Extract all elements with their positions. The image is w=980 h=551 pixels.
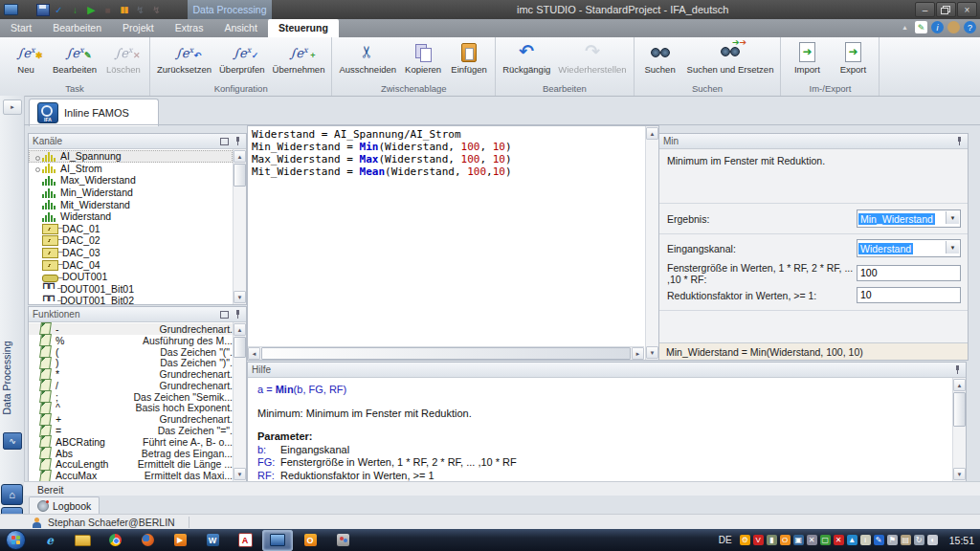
function-row[interactable]: AccuMaxErmittelt das Maxi...: [29, 470, 233, 481]
tray-wifi-off-icon[interactable]: ✕: [807, 535, 817, 545]
context-tab-data-processing[interactable]: Data Processing: [188, 0, 272, 19]
scroll-up-icon[interactable]: ▲: [646, 127, 658, 140]
scroll-down-icon[interactable]: ▼: [234, 468, 246, 480]
rückgängig-button[interactable]: ↶Rückgängig: [499, 37, 554, 76]
channel-row[interactable]: DAC_02: [29, 234, 233, 247]
data-processing-icon[interactable]: ∿: [3, 432, 22, 450]
pin-icon[interactable]: [234, 137, 242, 145]
code-area[interactable]: Widerstand = AI_Spannung/AI_StromMin_Wid…: [248, 126, 645, 360]
function-row[interactable]: AbsBetrag des Eingan...: [29, 448, 233, 459]
maximize-panel-icon[interactable]: [220, 311, 229, 319]
function-row[interactable]: *Grundrechenart.: [29, 368, 233, 380]
tray-error-icon[interactable]: ✕: [834, 535, 844, 545]
scroll-up-icon[interactable]: ▲: [234, 150, 246, 163]
scroll-thumb[interactable]: [234, 337, 246, 358]
ribbon-tab-start[interactable]: Start: [0, 19, 42, 37]
function-row[interactable]: AccuLengthErmittelt die Länge ...: [29, 459, 233, 471]
restore-button[interactable]: [936, 2, 956, 17]
function-row[interactable]: +Grundrechenart.: [29, 413, 233, 425]
tray-battery-icon[interactable]: ▮: [767, 535, 777, 545]
tray-clipboard-icon[interactable]: ▤: [901, 535, 911, 545]
neu-button[interactable]: ∫ex✱Neu: [3, 37, 49, 76]
download-icon[interactable]: ↓: [68, 3, 82, 16]
export-button[interactable]: ➜Export: [830, 37, 876, 76]
channel-row[interactable]: AI_Spannung: [29, 150, 233, 163]
übernehmen-button[interactable]: ∫ex+Übernehmen: [269, 37, 329, 76]
logbook-tab[interactable]: Logbook: [29, 496, 100, 514]
language-indicator[interactable]: DE: [719, 535, 732, 545]
suchen-button[interactable]: Suchen: [637, 37, 683, 76]
verify-icon[interactable]: ✓: [52, 3, 66, 16]
tray-gear-icon[interactable]: ⚙: [740, 535, 750, 545]
sidebar-label[interactable]: Data Processing: [1, 325, 22, 430]
kopieren-button[interactable]: Kopieren: [400, 37, 446, 76]
tray-volume-icon[interactable]: ◖: [927, 535, 938, 545]
tray-bulb-icon[interactable]: i: [860, 535, 871, 545]
editor-hscrollbar[interactable]: ◄ ►: [248, 346, 644, 360]
sidebar-home-icon[interactable]: ⌂: [1, 484, 23, 505]
taskbar-graphics-app[interactable]: [327, 530, 358, 551]
zurücksetzen-button[interactable]: ∫ex↶Zurücksetzen: [153, 37, 215, 76]
tab-inline-famos[interactable]: Inline FAMOS: [29, 99, 159, 126]
editor-vscrollbar[interactable]: ▲ ▼: [645, 126, 658, 360]
collapse-ribbon-icon[interactable]: ▲: [899, 21, 911, 33]
function-row[interactable]: ;Das Zeichen "Semik...: [29, 391, 233, 403]
chevron-down-icon[interactable]: ▼: [946, 241, 959, 253]
eingangskanal-dropdown[interactable]: Widerstand ▼: [857, 239, 961, 257]
channel-row[interactable]: DOUT001_Bit02: [29, 295, 233, 304]
tray-network-icon[interactable]: ▣: [793, 535, 804, 545]
scroll-thumb[interactable]: [234, 164, 246, 187]
ausschneiden-button[interactable]: ✂Ausschneiden: [335, 37, 400, 76]
tray-display-icon[interactable]: ▢: [820, 535, 831, 545]
tray-sync-icon[interactable]: ↻: [914, 535, 924, 545]
taskbar-windows-explorer[interactable]: [67, 530, 98, 551]
überprüfen-button[interactable]: ∫ex✓Überprüfen: [215, 37, 269, 76]
pin-icon[interactable]: [234, 310, 242, 319]
channel-row[interactable]: DOUT001_Bit01: [29, 283, 233, 296]
scroll-right-icon[interactable]: ►: [632, 347, 644, 360]
maximize-panel-icon[interactable]: [220, 138, 229, 145]
function-row[interactable]: ABCRatingFührt eine A-, B- o...: [29, 436, 233, 448]
channel-row[interactable]: Max_Widerstand: [29, 174, 233, 187]
channel-row[interactable]: Min_Widerstand: [29, 187, 233, 199]
function-row[interactable]: /Grundrechenart.: [29, 380, 233, 391]
edit-mode-icon[interactable]: ✎: [915, 21, 927, 33]
chevron-down-icon[interactable]: ▼: [946, 211, 959, 224]
channel-row[interactable]: DAC_01: [29, 223, 233, 235]
open-project-icon[interactable]: [20, 3, 34, 16]
clock[interactable]: 15:51: [949, 535, 974, 546]
code-editor[interactable]: Widerstand = AI_Spannung/AI_StromMin_Wid…: [247, 125, 659, 361]
pin-icon[interactable]: [955, 137, 964, 145]
channel-row[interactable]: DOUT001: [29, 271, 233, 283]
fenstergroesse-input[interactable]: 100: [857, 265, 961, 281]
info-icon[interactable]: i: [931, 21, 944, 33]
tray-outlook-icon[interactable]: O: [780, 535, 791, 545]
import-button[interactable]: ➜Import: [784, 37, 830, 76]
save-icon[interactable]: [36, 4, 50, 16]
taskbar-outlook[interactable]: O: [295, 530, 325, 551]
taskbar-media-player[interactable]: ▶: [165, 530, 195, 551]
suchen-und-ersetzen-button[interactable]: ➔➔Suchen und Ersetzen: [683, 37, 778, 76]
help-icon[interactable]: ?: [964, 21, 976, 33]
taskbar-internet-explorer[interactable]: e: [34, 530, 65, 551]
channel-row[interactable]: Mit_Widerstand: [29, 198, 233, 210]
function-row[interactable]: (Das Zeichen "(".: [29, 346, 233, 358]
scroll-down-icon[interactable]: ▼: [953, 468, 966, 480]
function-row[interactable]: ^Basis hoch Exponent.: [29, 403, 233, 414]
bearbeiten-button[interactable]: ∫ex✎Bearbeiten: [49, 37, 100, 76]
function-row[interactable]: %Ausführung des M...: [29, 335, 233, 346]
start-icon[interactable]: ▶: [84, 3, 99, 16]
einfügen-button[interactable]: Einfügen: [446, 37, 492, 76]
scroll-thumb[interactable]: [953, 392, 966, 427]
ribbon-tab-extras[interactable]: Extras: [165, 19, 214, 37]
scroll-left-icon[interactable]: ◄: [248, 347, 260, 360]
minimize-button[interactable]: –: [915, 2, 935, 17]
tray-shield-icon[interactable]: V: [753, 535, 764, 545]
function-row[interactable]: )Das Zeichen ")".: [29, 357, 233, 368]
pause-icon[interactable]: ▮▮: [117, 3, 131, 16]
ergebnis-dropdown[interactable]: Min_Widerstand ▼: [857, 209, 961, 228]
taskbar-imc-studio[interactable]: [262, 530, 293, 551]
channel-row[interactable]: DAC_03: [29, 247, 233, 259]
scroll-up-icon[interactable]: ▲: [234, 323, 246, 336]
scroll-down-icon[interactable]: ▼: [234, 291, 246, 303]
